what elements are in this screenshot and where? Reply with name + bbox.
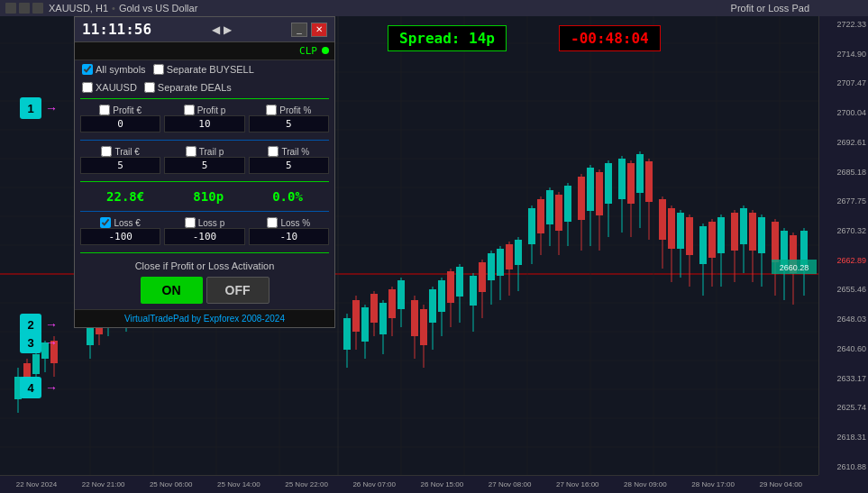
- loss-section: Loss € Loss p Loss %: [75, 214, 334, 251]
- trail-p-checkbox[interactable]: [186, 146, 196, 157]
- loss-pct-checkbox[interactable]: [267, 217, 278, 228]
- separate-deals-input[interactable]: [144, 82, 155, 93]
- xauusd-checkbox[interactable]: XAUUSD: [82, 82, 137, 93]
- vtp-panel: 11:11:56 ◀ ▶ _ ✕ CLP All symbols Separat…: [74, 16, 335, 328]
- price-12: 2633.17: [821, 374, 866, 383]
- price-5: 2685.18: [821, 168, 866, 177]
- annotation-num-3: 3: [20, 332, 41, 353]
- loss-pct-label-wrap[interactable]: Loss %: [267, 217, 310, 228]
- all-symbols-input[interactable]: [82, 64, 93, 75]
- svg-rect-106: [429, 289, 436, 323]
- svg-rect-124: [515, 240, 522, 265]
- profit-labels-row: Profit € Profit p Profit %: [80, 105, 329, 132]
- trail-p-col: Trail p: [164, 146, 244, 174]
- loss-p-label-wrap[interactable]: Loss p: [185, 217, 224, 228]
- annotation-4: 4 →: [20, 377, 58, 398]
- loss-p-label: Loss p: [198, 218, 224, 228]
- time-9: 28 Nov 09:00: [624, 480, 667, 488]
- svg-rect-144: [618, 159, 626, 199]
- svg-rect-116: [479, 262, 486, 292]
- title-icon-1: [5, 3, 16, 14]
- trail-pct-label-wrap[interactable]: Trail %: [268, 146, 309, 157]
- price-11: 2640.60: [821, 344, 866, 353]
- nav-right-arrow[interactable]: ▶: [224, 23, 232, 36]
- svg-rect-92: [361, 307, 369, 342]
- svg-rect-150: [645, 161, 653, 202]
- spread-value: Spread: 14p: [399, 30, 495, 47]
- profit-eur-label-wrap[interactable]: Profit €: [99, 105, 142, 115]
- annotation-num-1: 1: [20, 97, 41, 119]
- panel-time: 11:11:56: [82, 21, 151, 38]
- time-3: 25 Nov 14:00: [217, 480, 260, 488]
- profit-pct-input[interactable]: [249, 115, 329, 132]
- trail-p-label-wrap[interactable]: Trail p: [186, 146, 224, 157]
- trail-eur-checkbox[interactable]: [101, 146, 112, 157]
- svg-text:2660.28: 2660.28: [780, 263, 809, 272]
- close-button[interactable]: ✕: [311, 23, 327, 37]
- loss-pct-input[interactable]: [249, 228, 329, 245]
- profit-p-label-wrap[interactable]: Profit p: [184, 105, 226, 115]
- separate-buysell-input[interactable]: [153, 64, 164, 75]
- loss-eur-input[interactable]: [80, 228, 160, 245]
- profit-eur-checkbox[interactable]: [99, 105, 110, 115]
- trail-pct-col: Trail %: [249, 146, 329, 174]
- svg-rect-38: [87, 327, 94, 345]
- svg-rect-162: [708, 222, 716, 258]
- trail-section: Trail € Trail p Trail %: [75, 142, 334, 179]
- svg-rect-120: [497, 249, 504, 276]
- svg-rect-90: [352, 300, 360, 332]
- off-button[interactable]: OFF: [206, 277, 270, 304]
- trail-pct-input[interactable]: [249, 157, 329, 174]
- svg-rect-96: [379, 303, 387, 334]
- title-bar: XAUUSD, H1 • Gold vs US Dollar Profit or…: [0, 0, 868, 16]
- profit-pct-label: Profit %: [279, 105, 311, 115]
- activation-section: Close if Profit or Loss Activation ON OF…: [75, 255, 334, 309]
- loss-eur-checkbox[interactable]: [100, 217, 111, 228]
- loss-p-input[interactable]: [164, 228, 244, 245]
- separate-deals-checkbox[interactable]: Separate DEALs: [144, 82, 232, 93]
- price-14: 2618.31: [821, 433, 866, 442]
- loss-eur-label-wrap[interactable]: Loss €: [100, 217, 140, 228]
- svg-rect-158: [686, 217, 693, 255]
- xauusd-label: XAUUSD: [96, 82, 137, 93]
- title-bar-icons: [5, 3, 43, 14]
- panel-nav[interactable]: ◀ ▶: [212, 23, 232, 36]
- trail-p-input[interactable]: [164, 157, 244, 174]
- trail-pct-checkbox[interactable]: [268, 146, 279, 157]
- all-symbols-checkbox[interactable]: All symbols: [82, 64, 146, 75]
- profit-eur-input[interactable]: [80, 115, 160, 132]
- panel-footer: VirtualTradePad by Expforex 2008-2024: [75, 309, 334, 327]
- svg-rect-108: [438, 280, 445, 312]
- profit-pct-checkbox[interactable]: [266, 105, 277, 115]
- title-icon-2: [19, 3, 30, 14]
- nav-left-arrow[interactable]: ◀: [212, 23, 220, 36]
- annotation-arrow-2: →: [45, 317, 58, 332]
- time-10: 28 Nov 17:00: [691, 480, 735, 488]
- profit-p-checkbox[interactable]: [184, 105, 195, 115]
- profit-p-input[interactable]: [164, 115, 244, 132]
- loss-p-checkbox[interactable]: [185, 217, 196, 228]
- trail-eur-col: Trail €: [80, 146, 160, 174]
- svg-rect-122: [506, 244, 513, 269]
- svg-rect-118: [488, 253, 495, 280]
- svg-rect-104: [420, 309, 427, 345]
- pad-label: Profit or Loss Pad: [731, 3, 809, 14]
- svg-rect-138: [587, 168, 594, 211]
- all-symbols-label: All symbols: [96, 64, 146, 75]
- loss-labels-row: Loss € Loss p Loss %: [80, 217, 329, 245]
- profit-pct-label-wrap[interactable]: Profit %: [266, 105, 311, 115]
- title-icon-3: [32, 3, 43, 14]
- xauusd-input[interactable]: [82, 82, 93, 93]
- on-button[interactable]: ON: [141, 277, 203, 304]
- profit-eur-label: Profit €: [113, 105, 142, 115]
- time-7: 27 Nov 08:00: [489, 480, 532, 488]
- stats-row: 22.8€ 810p 0.0%: [75, 184, 334, 209]
- loss-pct-col: Loss %: [249, 217, 329, 245]
- minimize-button[interactable]: _: [291, 23, 307, 37]
- panel-window-controls: _ ✕: [291, 23, 327, 37]
- time-11: 29 Nov 04:00: [759, 480, 802, 488]
- title-separator: •: [112, 3, 115, 14]
- separate-buysell-checkbox[interactable]: Separate BUYSELL: [153, 64, 254, 75]
- trail-eur-input[interactable]: [80, 157, 160, 174]
- trail-eur-label-wrap[interactable]: Trail €: [101, 146, 139, 157]
